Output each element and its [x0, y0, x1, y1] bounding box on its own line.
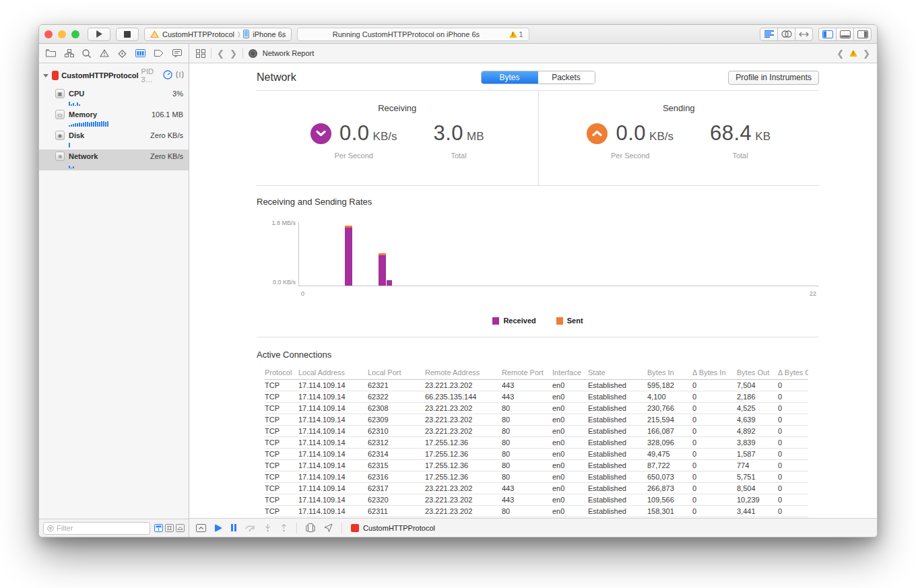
symbol-navigator-tab[interactable] — [65, 49, 74, 57]
column-header[interactable]: Δ Bytes Out — [778, 367, 808, 380]
issue-navigator-tab[interactable] — [100, 49, 109, 57]
gauge-sparkline — [69, 162, 183, 168]
table-cell: Established — [588, 483, 647, 494]
step-into-button[interactable] — [264, 524, 271, 532]
table-row[interactable]: TCP17.114.109.146232023.221.23.202443en0… — [265, 494, 808, 506]
table-row[interactable]: TCP17.114.109.146231617.255.12.3680en0Es… — [265, 471, 808, 483]
run-button[interactable] — [88, 28, 110, 41]
flat-view-button[interactable] — [154, 524, 163, 532]
sidebar-item-memory[interactable]: ▭Memory106.1 MB — [39, 108, 189, 129]
scheme-selector[interactable]: CustomHTTPProtocol 〉 iPhone 6s — [144, 28, 292, 41]
rates-chart-section: Receiving and Sending Rates 1.8 MB/s 0.0… — [257, 186, 819, 325]
filter-input[interactable] — [57, 524, 146, 532]
sidebar-item-disk[interactable]: ◉DiskZero KB/s — [39, 129, 189, 150]
pause-button[interactable] — [231, 524, 236, 531]
toggle-inspector-button[interactable] — [853, 28, 872, 41]
sidebar-item-cpu[interactable]: ▣CPU3% — [39, 87, 189, 108]
table-row[interactable]: TCP17.114.109.146231517.255.12.3680en0Es… — [265, 460, 808, 471]
table-row[interactable]: TCP17.114.109.146232266.235.135.144443en… — [265, 391, 808, 403]
version-editor-button[interactable] — [795, 28, 813, 41]
column-header[interactable]: Remote Port — [502, 367, 552, 380]
table-cell: 17.255.12.36 — [425, 449, 502, 460]
table-row[interactable]: TCP17.114.109.146230823.221.23.20280en0E… — [265, 403, 808, 414]
forward-button[interactable]: ❯ — [230, 48, 237, 59]
debug-navigator-tab[interactable] — [135, 49, 145, 57]
segment-packets[interactable]: Packets — [538, 71, 595, 84]
table-cell: 443 — [502, 483, 552, 494]
report-navigator-tab[interactable] — [172, 49, 182, 57]
debug-bar: CustomHTTPProtocol — [189, 518, 877, 537]
previous-issue-button[interactable]: ❮ — [837, 48, 844, 59]
step-out-button[interactable] — [280, 524, 288, 532]
table-cell: 62315 — [368, 460, 425, 471]
view-hierarchy-button[interactable] — [306, 523, 315, 532]
filter-field[interactable] — [43, 522, 150, 535]
issue-warning-icon[interactable] — [849, 50, 857, 57]
table-row[interactable]: TCP17.114.109.146232123.221.23.202443en0… — [265, 380, 808, 391]
breakpoints-toggle-button[interactable] — [215, 524, 222, 532]
minimize-window-button[interactable] — [58, 30, 66, 38]
back-button[interactable]: ❮ — [217, 48, 224, 59]
table-cell: 0 — [778, 426, 808, 437]
legend-label: Received — [503, 317, 535, 325]
related-items-icon[interactable] — [196, 49, 205, 58]
table-cell: 17.255.12.36 — [425, 471, 502, 483]
table-row[interactable]: TCP17.114.109.146231023.221.23.20280en0E… — [265, 426, 808, 437]
zoom-window-button[interactable] — [71, 30, 79, 38]
step-over-button[interactable] — [245, 524, 255, 531]
test-navigator-tab[interactable] — [118, 49, 127, 58]
thread-view-button[interactable] — [176, 524, 185, 532]
sidebar-item-network[interactable]: ⊕NetworkZero KB/s — [39, 150, 189, 170]
warning-badge[interactable]: 1 — [509, 30, 523, 38]
disclosure-triangle-icon[interactable] — [43, 74, 48, 77]
profile-in-instruments-button[interactable]: Profile in Instruments — [728, 71, 819, 85]
table-cell: en0 — [552, 449, 588, 460]
toggle-debug-area-button[interactable] — [836, 28, 854, 41]
table-cell: Established — [588, 471, 647, 483]
table-cell: 3,839 — [737, 437, 778, 449]
next-issue-button[interactable]: ❯ — [863, 48, 870, 59]
column-header[interactable]: Local Port — [368, 367, 425, 380]
breakpoint-arrow-icon — [215, 524, 222, 532]
column-header[interactable]: Protocol — [265, 367, 298, 380]
standard-editor-button[interactable] — [760, 28, 778, 41]
table-row[interactable]: TCP17.114.109.146231123.221.23.20280en0E… — [265, 506, 808, 517]
simulate-location-button[interactable] — [324, 523, 333, 532]
table-cell: 0 — [692, 426, 737, 437]
table-cell: 0 — [692, 506, 737, 517]
assistant-editor-button[interactable] — [777, 28, 795, 41]
column-header[interactable]: Local Address — [298, 367, 368, 380]
legend-swatch — [492, 317, 499, 325]
column-header[interactable]: Bytes In — [647, 367, 692, 380]
project-navigator-tab[interactable] — [46, 49, 56, 57]
breakpoint-navigator-tab[interactable] — [154, 50, 164, 57]
column-header[interactable]: Remote Address — [425, 367, 502, 380]
column-header[interactable]: Δ Bytes In — [692, 367, 737, 380]
chart-title: Receiving and Sending Rates — [257, 197, 372, 207]
table-cell: 17.114.109.14 — [298, 494, 368, 506]
warning-count: 1 — [519, 30, 523, 38]
gauge-value: 106.1 MB — [152, 110, 183, 119]
close-window-button[interactable] — [44, 30, 53, 38]
table-cell: 17.114.109.14 — [298, 483, 368, 494]
table-row[interactable]: TCP17.114.109.146231723.221.23.202443en0… — [265, 483, 808, 494]
stop-button[interactable] — [116, 28, 139, 41]
stack-view-button[interactable] — [165, 524, 174, 532]
segment-bytes[interactable]: Bytes — [482, 71, 538, 84]
find-navigator-tab[interactable] — [82, 49, 91, 58]
table-row[interactable]: TCP17.114.109.146231417.255.12.3680en0Es… — [265, 449, 808, 460]
process-row[interactable]: CustomHTTPProtocol PID 3… — [39, 63, 189, 87]
column-header[interactable]: Bytes Out — [737, 367, 778, 380]
hide-debug-area-button[interactable] — [196, 524, 206, 532]
toggle-navigator-button[interactable] — [818, 28, 837, 41]
process-app-icon — [351, 524, 359, 532]
table-cell: 23.221.23.202 — [425, 494, 502, 506]
table-cell: 0 — [778, 449, 808, 460]
table-row[interactable]: TCP17.114.109.146231217.255.12.3680en0Es… — [265, 437, 808, 449]
jumpbar-title[interactable]: Network Report — [263, 49, 314, 57]
debug-process-selector[interactable]: CustomHTTPProtocol — [351, 524, 435, 532]
table-row[interactable]: TCP17.114.109.146230923.221.23.20280en0E… — [265, 414, 808, 426]
table-cell: TCP — [265, 391, 298, 403]
column-header[interactable]: State — [588, 367, 647, 380]
column-header[interactable]: Interface — [552, 367, 588, 380]
